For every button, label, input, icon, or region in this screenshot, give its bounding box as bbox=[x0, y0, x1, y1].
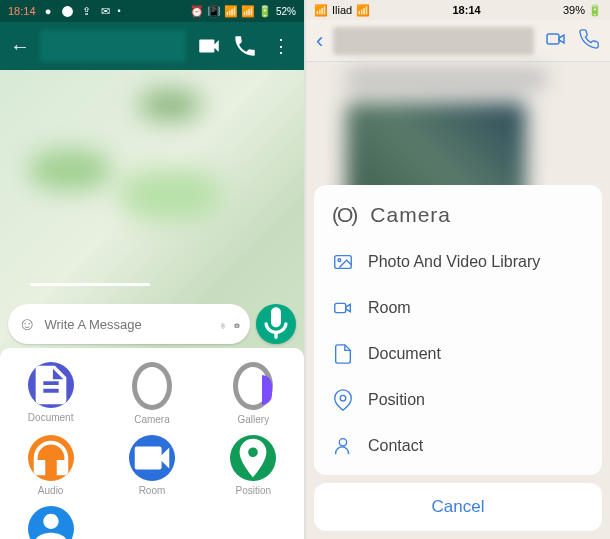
contact-name-blurred[interactable] bbox=[40, 30, 186, 62]
svg-point-5 bbox=[340, 395, 346, 401]
sheet-label: Document bbox=[368, 345, 441, 363]
attach-position[interactable]: Position bbox=[208, 435, 298, 496]
attach-camera[interactable]: Camera bbox=[107, 362, 197, 425]
attach-label: Position bbox=[236, 485, 272, 496]
compose-bar: ☺ bbox=[0, 300, 304, 348]
camera-icon[interactable] bbox=[234, 315, 240, 333]
mail-icon: ✉ bbox=[99, 5, 112, 18]
alarm-icon: ⏰ bbox=[191, 5, 204, 18]
drag-handle bbox=[30, 283, 150, 286]
voice-call-button[interactable] bbox=[232, 33, 258, 59]
attach-label: Document bbox=[28, 412, 74, 423]
camera-icon: (O) bbox=[332, 203, 356, 227]
carrier-name: Iliad bbox=[332, 4, 352, 16]
room-icon bbox=[332, 297, 354, 319]
status-time: 18:14 bbox=[453, 4, 481, 16]
wifi-icon: 📶 bbox=[356, 4, 370, 17]
contact-name-blurred[interactable] bbox=[333, 27, 534, 55]
battery-percent: 52% bbox=[276, 6, 296, 17]
pin-icon bbox=[332, 389, 354, 411]
video-call-button[interactable] bbox=[544, 27, 568, 55]
svg-point-3 bbox=[338, 259, 341, 262]
back-button[interactable]: ← bbox=[10, 35, 30, 58]
more-menu-button[interactable]: ⋮ bbox=[268, 33, 294, 59]
message-input[interactable] bbox=[44, 317, 212, 332]
sheet-label: Position bbox=[368, 391, 425, 409]
attach-contact[interactable] bbox=[6, 506, 96, 539]
android-screenshot: 18:14 ● ⇪ ✉ • ⏰ 📳 📶 📶 🔋 52% ← ⋮ ☺ bbox=[0, 0, 306, 539]
camera-label: Camera bbox=[370, 203, 451, 227]
vodafone-icon: ● bbox=[42, 5, 55, 18]
signal-icon: 📶 bbox=[314, 4, 328, 17]
attach-gallery[interactable]: Gallery bbox=[208, 362, 298, 425]
mic-button[interactable] bbox=[256, 304, 296, 344]
doc-icon bbox=[332, 343, 354, 365]
battery-icon: 🔋 bbox=[588, 4, 602, 17]
sheet-option-photo[interactable]: Photo And Video Library bbox=[314, 239, 602, 285]
sheet-option-contact[interactable]: Contact bbox=[314, 423, 602, 469]
attach-label: Gallery bbox=[237, 414, 269, 425]
ios-screenshot: 📶 Iliad 📶 18:14 39% 🔋 ‹ (O) Camera Photo… bbox=[306, 0, 610, 539]
chat-messages-area[interactable] bbox=[0, 70, 304, 300]
ios-chat-header: ‹ bbox=[306, 20, 610, 62]
contact-icon bbox=[332, 435, 354, 457]
attach-label: Audio bbox=[38, 485, 64, 496]
svg-rect-1 bbox=[547, 34, 559, 44]
attach-document[interactable]: Document bbox=[6, 362, 96, 425]
signal-icon: 📶 bbox=[242, 5, 255, 18]
voice-call-button[interactable] bbox=[578, 28, 600, 54]
attach-audio[interactable]: Audio bbox=[6, 435, 96, 496]
attach-room[interactable]: Room bbox=[107, 435, 197, 496]
facebook-icon bbox=[61, 5, 74, 18]
sheet-option-pin[interactable]: Position bbox=[314, 377, 602, 423]
android-status-bar: 18:14 ● ⇪ ✉ • ⏰ 📳 📶 📶 🔋 52% bbox=[0, 0, 304, 22]
status-time: 18:14 bbox=[8, 5, 36, 17]
chat-header: ← ⋮ bbox=[0, 22, 304, 70]
attachment-action-sheet: (O) Camera Photo And Video LibraryRoomDo… bbox=[314, 185, 602, 539]
attach-icon[interactable] bbox=[220, 315, 226, 333]
back-button[interactable]: ‹ bbox=[316, 28, 323, 54]
more-icon: • bbox=[118, 6, 121, 16]
attach-label: Camera bbox=[134, 414, 170, 425]
sheet-label: Photo And Video Library bbox=[368, 253, 540, 271]
ios-status-bar: 📶 Iliad 📶 18:14 39% 🔋 bbox=[306, 0, 610, 20]
sheet-option-doc[interactable]: Document bbox=[314, 331, 602, 377]
share-icon: ⇪ bbox=[80, 5, 93, 18]
battery-icon: 🔋 bbox=[259, 5, 272, 18]
svg-rect-4 bbox=[335, 303, 346, 312]
sheet-label: Contact bbox=[368, 437, 423, 455]
attachment-panel: DocumentCameraGalleryAudioRoomPosition bbox=[0, 348, 304, 539]
sheet-label: Room bbox=[368, 299, 411, 317]
cancel-button[interactable]: Cancel bbox=[314, 483, 602, 531]
video-call-button[interactable] bbox=[196, 33, 222, 59]
message-input-container: ☺ bbox=[8, 304, 250, 344]
svg-point-0 bbox=[62, 6, 73, 17]
wifi-icon: 📶 bbox=[225, 5, 238, 18]
sheet-camera-option[interactable]: (O) Camera bbox=[314, 191, 602, 239]
battery-percent: 39% bbox=[563, 4, 585, 16]
photo-icon bbox=[332, 251, 354, 273]
emoji-icon[interactable]: ☺ bbox=[18, 314, 36, 335]
vibrate-icon: 📳 bbox=[208, 5, 221, 18]
attach-label: Room bbox=[139, 485, 166, 496]
svg-point-6 bbox=[339, 439, 346, 446]
sheet-option-room[interactable]: Room bbox=[314, 285, 602, 331]
